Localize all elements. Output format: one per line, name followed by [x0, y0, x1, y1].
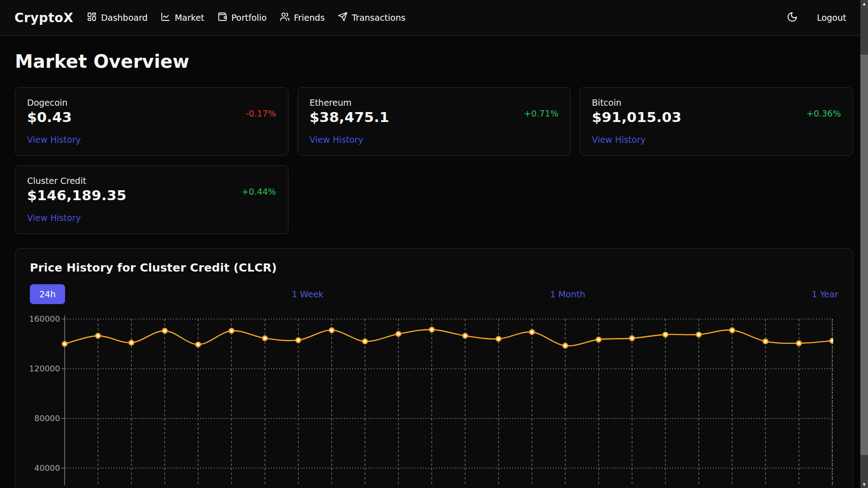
coin-change: +0.36% — [807, 98, 841, 125]
range-selector: 24h 1 Week 1 Month 1 Year — [30, 284, 838, 304]
nav-item-label: Portfolio — [231, 13, 267, 23]
main-content: Market Overview Dogecoin $0.43 -0.17% Vi… — [0, 51, 868, 488]
view-history-link[interactable]: View History — [27, 213, 81, 223]
nav-item-label: Dashboard — [101, 13, 147, 23]
coin-price: $38,475.1 — [310, 109, 389, 125]
nav-item-transactions[interactable]: Transactions — [338, 12, 406, 23]
scrollbar-up-arrow[interactable]: ▲ — [860, 0, 868, 7]
svg-text:160000: 160000 — [30, 314, 60, 324]
coin-change: -0.17% — [245, 98, 276, 125]
coin-name: Dogecoin — [27, 98, 72, 108]
range-button-1month[interactable]: 1 Month — [550, 285, 585, 304]
coin-card-ethereum: Ethereum $38,475.1 +0.71% View History — [297, 87, 571, 156]
app-logo: CryptoX — [14, 10, 73, 25]
chart-title: Price History for Cluster Credit (CLCR) — [30, 261, 838, 274]
scrollbar-thumb[interactable] — [860, 55, 868, 455]
coin-card-dogecoin: Dogecoin $0.43 -0.17% View History — [15, 87, 288, 156]
coin-name: Bitcoin — [592, 98, 681, 108]
theme-toggle-button[interactable] — [787, 11, 798, 24]
users-icon — [280, 12, 290, 23]
nav-right: Logout — [787, 11, 846, 24]
svg-text:80000: 80000 — [34, 413, 60, 423]
view-history-link[interactable]: View History — [310, 135, 363, 145]
view-history-link[interactable]: View History — [27, 135, 81, 145]
send-icon — [338, 12, 348, 23]
nav-menu: Dashboard Market Portfolio Friends Trans… — [87, 12, 406, 23]
page-title: Market Overview — [15, 51, 853, 72]
wallet-icon — [217, 12, 227, 23]
top-nav: CryptoX Dashboard Market Portfolio Frien… — [0, 0, 868, 36]
nav-item-friends[interactable]: Friends — [280, 12, 325, 23]
view-history-link[interactable]: View History — [592, 135, 646, 145]
price-history-chart: 1600001200008000040000 — [30, 314, 838, 487]
nav-item-label: Market — [175, 13, 204, 23]
coin-card-cluster-credit: Cluster Credit $146,189.35 +0.44% View H… — [15, 165, 288, 234]
nav-item-dashboard[interactable]: Dashboard — [87, 12, 147, 23]
coin-change: +0.44% — [241, 176, 276, 203]
coin-price: $91,015.03 — [592, 109, 681, 125]
line-chart: 1600001200008000040000 — [30, 314, 833, 485]
moon-icon — [787, 11, 798, 24]
nav-item-market[interactable]: Market — [160, 12, 204, 23]
nav-item-label: Friends — [294, 13, 325, 23]
price-history-panel: Price History for Cluster Credit (CLCR) … — [15, 248, 853, 488]
dashboard-icon — [87, 12, 97, 23]
range-button-1week[interactable]: 1 Week — [292, 285, 323, 304]
coin-card-grid: Dogecoin $0.43 -0.17% View History Ether… — [15, 87, 853, 234]
nav-item-label: Transactions — [352, 13, 406, 23]
range-button-1year[interactable]: 1 Year — [812, 285, 838, 304]
coin-name: Cluster Credit — [27, 176, 127, 186]
svg-text:120000: 120000 — [30, 364, 60, 373]
nav-item-portfolio[interactable]: Portfolio — [217, 12, 267, 23]
logout-button[interactable]: Logout — [817, 13, 846, 23]
market-chart-icon — [160, 12, 170, 23]
coin-name: Ethereum — [310, 98, 389, 108]
coin-price: $146,189.35 — [27, 187, 127, 203]
svg-text:40000: 40000 — [34, 463, 60, 473]
range-button-24h[interactable]: 24h — [30, 284, 65, 304]
coin-card-bitcoin: Bitcoin $91,015.03 +0.36% View History — [580, 87, 853, 156]
vertical-scrollbar[interactable]: ▲ ▼ — [860, 0, 868, 488]
coin-price: $0.43 — [27, 109, 72, 125]
coin-change: +0.71% — [524, 98, 558, 125]
scrollbar-down-arrow[interactable]: ▼ — [860, 481, 868, 488]
